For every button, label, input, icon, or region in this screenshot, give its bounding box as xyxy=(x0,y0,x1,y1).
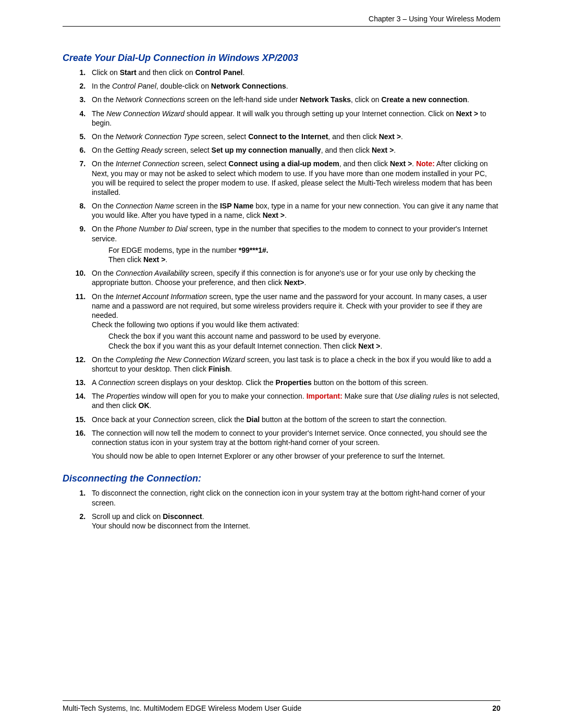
step-9: On the Phone Number to Dial screen, type… xyxy=(88,224,500,264)
step-13: A Connection screen displays on your des… xyxy=(88,378,500,387)
step-9-sub: For EDGE modems, type in the number *99*… xyxy=(108,245,500,264)
step-11: On the Internet Account Information scre… xyxy=(88,292,500,351)
step-8: On the Connection Name screen in the ISP… xyxy=(88,201,500,220)
page-footer: Multi-Tech Systems, Inc. MultiModem EDGE… xyxy=(63,700,500,712)
disc-step-1: To disconnect the connection, right clic… xyxy=(88,488,500,507)
page-number: 20 xyxy=(492,704,500,712)
step-list-1: Click on Start and then click on Control… xyxy=(63,68,500,461)
step-7: On the Internet Connection screen, selec… xyxy=(88,159,500,197)
section-title-2: Disconnecting the Connection: xyxy=(63,473,500,484)
step-10: On the Connection Availability screen, s… xyxy=(88,268,500,287)
step-6: On the Getting Ready screen, select Set … xyxy=(88,145,500,155)
step-5: On the Network Connection Type screen, s… xyxy=(88,132,500,141)
step-1: Click on Start and then click on Control… xyxy=(88,68,500,77)
page-header: Chapter 3 – Using Your Wireless Modem xyxy=(63,15,500,27)
disc-step-2: Scroll up and click on Disconnect.Your s… xyxy=(88,512,500,530)
footer-left: Multi-Tech Systems, Inc. MultiModem EDGE… xyxy=(63,704,301,712)
step-15: Once back at your Connection screen, cli… xyxy=(88,415,500,424)
step-4: The New Connection Wizard should appear.… xyxy=(88,109,500,128)
step-11-sub: Check the box if you want this account n… xyxy=(108,331,500,350)
step-2: In the Control Panel, double-click on Ne… xyxy=(88,81,500,91)
step-16: The connection will now tell the modem t… xyxy=(88,428,500,461)
step-14: The Properties window will open for you … xyxy=(88,391,500,410)
section-title-1: Create Your Dial-Up Connection in Window… xyxy=(63,53,500,64)
step-12: On the Completing the New Connection Wiz… xyxy=(88,355,500,374)
page: Chapter 3 – Using Your Wireless Modem Cr… xyxy=(0,0,563,728)
step-3: On the Network Connections screen on the… xyxy=(88,95,500,104)
step-list-2: To disconnect the connection, right clic… xyxy=(63,488,500,530)
